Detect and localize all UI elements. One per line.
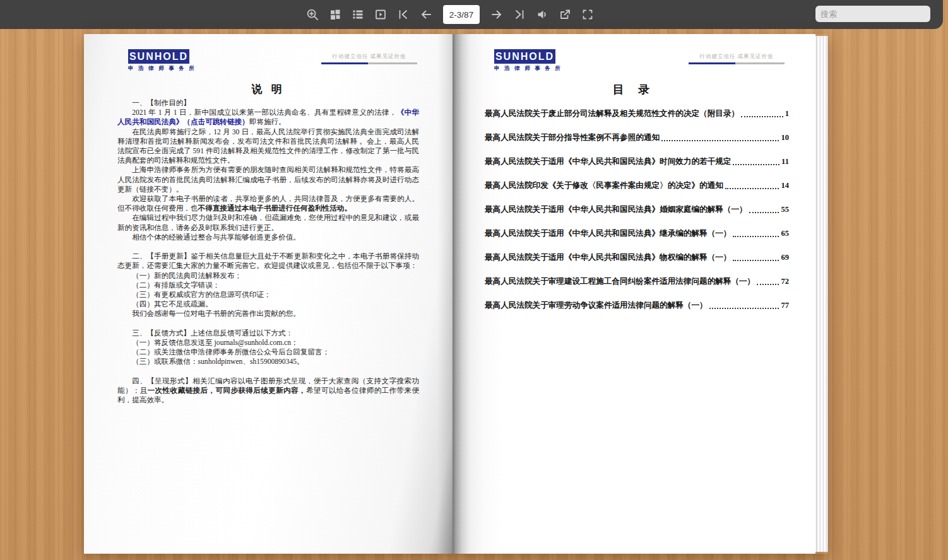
last-page-button[interactable] [510,5,529,24]
text-run: 在民法典即将施行之际，12 月 30 日，最高人民法院举行贯彻实施民法典全面完成… [117,128,419,165]
tagline-underline [689,62,785,64]
text-run: 相信个体的经验通过整合与共享能够创造更多价值。 [132,233,300,242]
text-run: 三、【反馈方式】上述信息反馈可通过以下方式： [132,329,293,337]
toc-entry-page-number: 77 [781,299,789,312]
paragraph: （一）将反馈信息发送至 journals@sunhold.com.cn； [117,338,419,347]
tagline: 行动建立信任 成果见证价值 [689,53,785,64]
toc-entry[interactable]: 最高人民法院关于废止部分司法解释及相关规范性文件的决定（附目录）1 [485,107,789,120]
text-run: （一）新的民法典司法解释发布； [132,272,242,280]
list-view-button[interactable] [348,5,367,24]
toc-entry-page-number: 55 [781,203,789,216]
prev-page-button[interactable] [417,5,435,24]
sunhold-logo-text: SUNHOLD [128,49,189,64]
paragraph: 一、【制作目的】 [117,98,419,108]
first-page-button[interactable] [394,5,413,24]
paragraph: 我们会感谢每一位对电子书册的完善作出贡献的您。 [117,309,419,318]
tagline-underline [321,62,417,64]
toc-entry-title: 最高人民法院关于适用《中华人民共和国民法典》继承编的解释（一） [485,227,731,240]
book-spread: SUNHOLD 申 浩 律 师 事 务 所 行动建立信任 成果见证价值 说 明 … [84,34,828,554]
sound-icon [536,8,548,21]
toc-entry[interactable]: 最高人民法院关于适用《中华人民共和国民法典》继承编的解释（一）65 [485,227,789,240]
paragraph: （三）有更权威或官方的信息源可供印证； [117,290,419,300]
paragraph: （四）其它不足或疏漏。 [117,300,419,309]
toc-entry[interactable]: 最高人民法院关于适用《中华人民共和国民法典》时间效力的若干规定11 [485,155,789,168]
fullscreen-icon [581,8,594,21]
paragraph: 三、【反馈方式】上述信息反馈可通过以下方式： [117,329,419,338]
text-run: 二、【手册更新】鉴于相关信息量巨大且处于不断更新和变化之中，本电子书册将保持动态… [117,252,419,270]
toc-dot-leader [661,140,779,141]
toc-dot-leader [757,284,779,285]
text-run: 一、【制作目的】 [132,99,191,107]
toc-entry-title: 最高人民法院关于审理劳动争议案件适用法律问题的解释（一） [485,299,708,312]
tagline-text: 行动建立信任 成果见证价值 [321,53,417,61]
zoom-in-icon [306,8,319,21]
text-run: 2021 年 1 月 1 日，新中国成立以来第一部以法典命名、具有里程碑意义的法… [132,108,396,117]
next-page-button[interactable] [487,5,506,24]
bold-text: 一次性收藏链接后，可同步获得后续更新内容， [148,387,306,395]
page-indicator[interactable]: 2-3/87 [443,5,480,24]
toc-entry[interactable]: 最高人民法院关于适用《中华人民共和国民法典》物权编的解释（一）69 [485,251,789,264]
sunhold-logo: SUNHOLD 申 浩 律 师 事 务 所 [128,49,189,73]
right-page[interactable]: SUNHOLD 申 浩 律 师 事 务 所 行动建立信任 成果见证价值 目 录 … [453,34,815,554]
text-run: （四）其它不足或疏漏。 [132,300,213,308]
prev-page-icon [420,8,432,21]
right-page-title: 目 录 [453,82,815,97]
text-run: 即将施行。 [249,118,286,126]
paragraph: （二）或关注微信申浩律师事务所微信公众号后台回复留言； [117,347,419,357]
paragraph: 四、【呈现形式】相关汇编内容以电子图册形式呈现，便于大家查阅（支持文字搜索功能）… [117,376,419,405]
toc-entry-page-number: 10 [781,131,789,144]
sunhold-logo: SUNHOLD 申 浩 律 师 事 务 所 [494,49,555,73]
toc-entry-title: 最高人民法院关于适用《中华人民共和国民法典》婚姻家庭编的解释（一） [485,203,747,216]
fullscreen-button[interactable] [578,5,597,24]
thumbnails-button[interactable] [326,5,345,24]
toc-entry-title: 最高人民法院关于适用《中华人民共和国民法典》物权编的解释（一） [485,251,731,264]
toc-entry-page-number: 65 [781,227,789,240]
paragraph: 欢迎获取了本电子书册的读者，共享给更多的人，共同法律普及，方便更多有需要的人。但… [117,194,419,213]
toc-entry[interactable]: 最高人民法院关于审理建设工程施工合同纠纷案件适用法律问题的解释（一）72 [485,275,789,288]
toc-dot-leader [733,164,779,165]
sunhold-logo-subtext: 申 浩 律 师 事 务 所 [128,65,189,73]
sunhold-logo-subtext: 申 浩 律 师 事 务 所 [494,65,555,73]
page-stack-edge [815,36,828,552]
toc-dot-leader [725,188,779,189]
toc-dot-leader [749,212,779,213]
first-page-icon [397,8,410,21]
text-run: （三）有更权威或官方的信息源可供印证； [132,291,271,299]
left-page[interactable]: SUNHOLD 申 浩 律 师 事 务 所 行动建立信任 成果见证价值 说 明 … [84,34,453,554]
text-run: （三）或联系微信：sunholdpinwen、sh15900890345。 [132,358,304,366]
paragraph: 2021 年 1 月 1 日，新中国成立以来第一部以法典命名、具有里程碑意义的法… [117,108,419,127]
next-page-icon [490,8,503,21]
text-run: （一）将反馈信息发送至 journals@sunhold.com.cn； [132,339,298,347]
search-box [815,6,930,22]
left-page-body: 一、【制作目的】2021 年 1 月 1 日，新中国成立以来第一部以法典命名、具… [117,98,419,405]
sound-button[interactable] [533,5,552,24]
text-run: 在编辑过程中我们尽力做到及时和准确，但疏漏难免，您使用过程中的意见和建议，或最新… [117,214,419,231]
toc-entry[interactable]: 最高人民法院关于部分指导性案例不再参照的通知10 [485,131,789,144]
toc-entry-page-number: 1 [785,107,789,120]
tagline-text: 行动建立信任 成果见证价值 [689,53,785,61]
paragraph: 相信个体的经验通过整合与共享能够创造更多价值。 [117,233,419,242]
toc-entry[interactable]: 最高人民法院关于审理劳动争议案件适用法律问题的解释（一）77 [485,299,789,312]
toc-entry-page-number: 72 [781,275,789,288]
toc-dot-leader [709,308,779,309]
paragraph: （三）或联系微信：sunholdpinwen、sh15900890345。 [117,357,419,366]
left-page-title: 说 明 [84,82,453,96]
share-button[interactable] [555,5,574,24]
toc-entry-title: 最高人民法院关于部分指导性案例不再参照的通知 [485,131,660,144]
toc-entry-page-number: 14 [781,179,789,192]
paragraph [117,319,419,329]
toc-entry-page-number: 11 [781,155,789,168]
slideshow-button[interactable] [371,5,390,24]
thumbnails-icon [329,8,341,21]
toc-dot-leader [741,116,783,117]
search-input[interactable] [821,9,932,19]
toc-entry-title: 最高人民法院印发《关于修改〈民事案件案由规定〉的决定》的通知 [485,179,723,192]
paragraph [117,242,419,252]
toc-dot-leader [733,236,779,237]
zoom-in-button[interactable] [303,5,322,24]
paragraph: 二、【手册更新】鉴于相关信息量巨大且处于不断更新和变化之中，本电子书册将保持动态… [117,252,419,271]
toc-entry[interactable]: 最高人民法院关于适用《中华人民共和国民法典》婚姻家庭编的解释（一）55 [485,203,789,216]
list-view-icon [352,8,364,21]
paragraph: （一）新的民法典司法解释发布； [117,271,419,281]
toc-entry[interactable]: 最高人民法院印发《关于修改〈民事案件案由规定〉的决定》的通知14 [485,179,789,192]
